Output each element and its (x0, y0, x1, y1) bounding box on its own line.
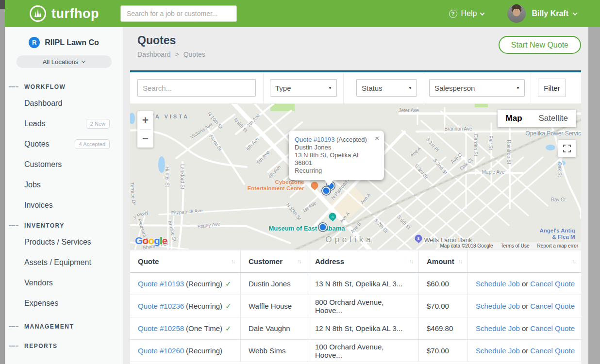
quote-link[interactable]: Quote #10236 (138, 302, 184, 310)
actions-cell: Schedule Job or Cancel Quote (467, 317, 581, 339)
sidebar: R RIIPL Lawn Co All Locations WORKFLOW D… (5, 27, 123, 364)
report-map-error-link[interactable]: Report a map error (537, 243, 578, 248)
map-type-toggle: Map Satellite (498, 110, 576, 127)
terms-of-use-link[interactable]: Terms of Use (501, 243, 530, 248)
column-header-address[interactable]: Address ↑↓ (307, 250, 418, 272)
user-menu[interactable]: Billy Kraft (532, 9, 577, 18)
address-cell: 800 Orchard Avenue, Hoove... (307, 295, 418, 317)
cancel-quote-link[interactable]: Cancel Quote (530, 280, 575, 288)
customer-cell: Waffle House (240, 295, 307, 317)
column-header-quote[interactable]: Quote ↑↓ (130, 250, 240, 272)
cancel-quote-link[interactable]: Cancel Quote (530, 347, 575, 355)
quote-marker[interactable] (322, 187, 331, 195)
museum-pin-icon[interactable]: ⌂ (329, 213, 336, 220)
column-header-amount[interactable]: Amount ↑↓ (418, 250, 467, 272)
filter-button[interactable]: Filter (538, 79, 566, 97)
popup-quote-link[interactable]: Quote #10193 (295, 136, 334, 143)
nav-section-workflow: WORKFLOW (5, 81, 123, 93)
locations-dropdown[interactable]: All Locations (17, 55, 112, 68)
nav-section-inventory: INVENTORY (5, 219, 123, 232)
cancel-quote-link[interactable]: Cancel Quote (530, 302, 575, 310)
quote-link[interactable]: Quote #10193 (138, 280, 184, 288)
sort-icon[interactable]: ↑↓ (572, 258, 575, 264)
salesperson-dropdown[interactable]: Salesperson ▼ (429, 79, 525, 97)
map-attribution: Map data ©2018 Google Terms of Use Repor… (437, 242, 581, 249)
help-icon: ? (449, 10, 457, 18)
breadcrumb-dashboard[interactable]: Dashboard (137, 50, 171, 58)
sidebar-item-products-services[interactable]: Products / Services (5, 232, 123, 252)
column-header-customer[interactable]: Customer ↑↓ (240, 250, 307, 272)
street-label: Maple Ave (482, 169, 505, 175)
nav-section-management[interactable]: MANAGEMENT (5, 320, 123, 333)
sort-icon[interactable]: ↑↓ (458, 258, 462, 264)
zoom-out-button[interactable]: − (137, 130, 153, 148)
poi-opelika-power: Opelika Power Service (525, 130, 581, 137)
cancel-quote-link[interactable]: Cancel Quote (530, 324, 575, 332)
popup-customer: Dustin Jones (295, 144, 378, 151)
sidebar-item-jobs[interactable]: Jobs (5, 175, 123, 195)
start-new-quote-button[interactable]: Start New Quote (499, 36, 581, 54)
schedule-job-link[interactable]: Schedule Job (476, 280, 520, 288)
sidebar-item-quotes[interactable]: Quotes 4 Accepted (5, 134, 123, 154)
filter-search-section (130, 72, 263, 103)
popup-frequency: Recurring (295, 167, 378, 175)
user-avatar[interactable] (507, 4, 526, 23)
restaurant-pin-icon[interactable] (311, 182, 318, 189)
quote-marker[interactable] (319, 223, 327, 232)
main-content: Quotes Dashboard > Quotes Start New Quot… (123, 27, 588, 364)
map-zoom-control: + − (137, 111, 153, 148)
map-view-button[interactable]: Map (498, 110, 531, 127)
actions-cell: Schedule Job or Cancel Quote (467, 340, 581, 362)
schedule-job-link[interactable]: Schedule Job (476, 324, 520, 332)
column-header-actions[interactable]: ↑↓ (467, 250, 581, 272)
district-label: TA VISTA (150, 114, 189, 119)
help-menu[interactable]: ? Help (449, 9, 484, 18)
sort-icon[interactable]: ↑↓ (409, 258, 413, 264)
sidebar-item-expenses[interactable]: Expenses (5, 293, 123, 314)
schedule-job-link[interactable]: Schedule Job (476, 347, 520, 355)
sidebar-item-vendors[interactable]: Vendors (5, 273, 123, 293)
quote-cell: Quote #10260 (Recurring) (130, 340, 240, 362)
breadcrumb: Dashboard > Quotes (137, 50, 205, 58)
fullscreen-button[interactable] (558, 140, 576, 157)
table-row-partial (130, 362, 581, 364)
page-title: Quotes (137, 34, 176, 47)
quotes-search-input[interactable] (137, 79, 256, 97)
bank-pin-icon[interactable]: $ (415, 235, 422, 242)
google-logo[interactable]: Google (135, 235, 167, 247)
breadcrumb-quotes[interactable]: Quotes (183, 50, 205, 58)
accepted-check-icon: ✓ (225, 280, 232, 288)
close-icon[interactable]: × (375, 135, 379, 142)
zoom-in-button[interactable]: + (137, 111, 153, 129)
page-scrollbar[interactable] (588, 27, 600, 364)
sidebar-item-dashboard[interactable]: Dashboard (5, 93, 123, 114)
map-canvas[interactable]: N 10th St N 10th St Victoria Ave Floral … (130, 104, 581, 249)
leads-badge: 2 New (86, 119, 110, 129)
address-cell: 13 N 8th St, Opelika AL 3... (307, 273, 418, 295)
status-dropdown[interactable]: Status ▼ (356, 79, 417, 97)
quote-link[interactable]: Quote #10258 (138, 324, 184, 332)
sort-icon[interactable]: ↑↓ (231, 258, 234, 264)
satellite-view-button[interactable]: Satellite (531, 110, 576, 127)
sidebar-item-invoices[interactable]: Invoices (5, 195, 123, 215)
sidebar-item-leads[interactable]: Leads 2 New (5, 114, 123, 134)
dropdown-caret-icon: ▼ (408, 86, 412, 90)
sidebar-item-assets-equipment[interactable]: Assets / Equipment (5, 252, 123, 273)
address-cell: 12 N 8th St, Opelika AL 3... (307, 317, 418, 339)
amount-cell: $469.80 (418, 317, 467, 339)
nav-section-reports[interactable]: REPORTS (5, 340, 123, 352)
address-cell: 100 Orchard Avenue, Hoove... (307, 340, 418, 362)
chevron-down-icon (82, 59, 85, 63)
street-label: Raintree St (506, 140, 512, 164)
quote-link[interactable]: Quote #10260 (138, 347, 184, 355)
sort-icon[interactable]: ↑↓ (298, 258, 301, 264)
type-dropdown[interactable]: Type ▼ (270, 79, 337, 97)
table-row: Quote #10258 (One Time) ✓ Dale Vaughn 12… (130, 317, 581, 340)
global-search-input[interactable] (120, 5, 237, 22)
turfhop-logo[interactable]: turfhop (29, 5, 99, 22)
schedule-job-link[interactable]: Schedule Job (476, 302, 520, 310)
help-label: Help (461, 9, 477, 18)
breadcrumb-separator: > (175, 50, 179, 58)
user-name: Billy Kraft (532, 9, 568, 18)
sidebar-item-customers[interactable]: Customers (5, 154, 123, 175)
